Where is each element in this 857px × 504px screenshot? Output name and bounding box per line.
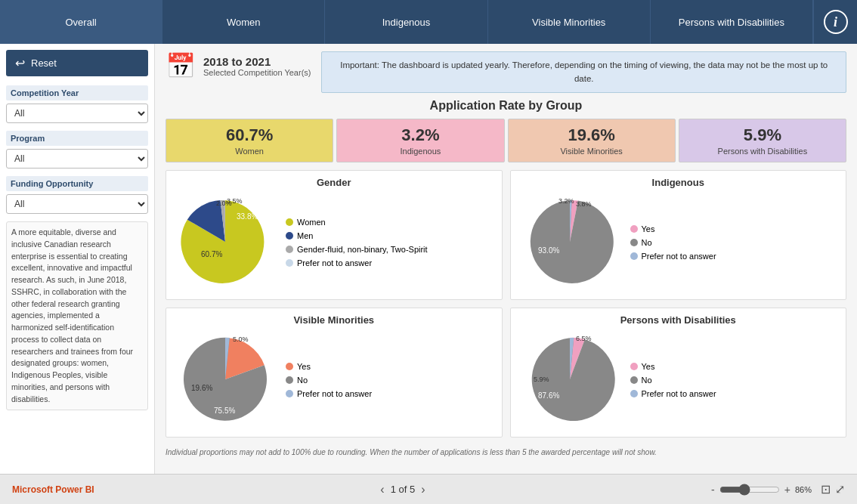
program-select[interactable]: All (6, 149, 148, 169)
top-nav: Overall Women Indigenous Visible Minorit… (0, 0, 857, 44)
zoom-plus[interactable]: + (784, 484, 790, 496)
legend-dot-yes-visible (286, 363, 293, 370)
svg-text:19.6%: 19.6% (191, 384, 212, 392)
reset-icon: ↩ (15, 56, 25, 70)
chart-title-disabled: Persons with Disabilities (517, 314, 840, 326)
content-area: 📅 2018 to 2021 Selected Competition Year… (155, 44, 857, 474)
zoom-minus[interactable]: - (711, 484, 715, 496)
zoom-slider[interactable] (719, 484, 780, 496)
legend-dot-yes-disabled (630, 363, 638, 370)
legend-visible: Yes No Prefer not to answer (286, 362, 372, 398)
next-page-button[interactable]: › (421, 483, 425, 496)
legend-label-men: Men (297, 231, 313, 240)
funding-filter: Funding Opportunity All (6, 176, 148, 214)
legend-label-prefer-visible: Prefer not to answer (297, 389, 372, 398)
legend-dot-prefer-disabled (630, 390, 638, 397)
legend-dot-no-disabled (630, 376, 638, 384)
chart-title-visible: Visible Minorities (172, 314, 496, 326)
notice-box: Important: The dashboard is updated year… (321, 51, 846, 93)
chart-disabled: Persons with Disabilities 6.5% (510, 308, 847, 438)
legend-dot-prefer-visible (286, 390, 293, 397)
competition-year-label: Competition Year (6, 85, 148, 100)
sidebar: ↩ Reset Competition Year All Program All… (0, 44, 155, 474)
svg-text:93.0%: 93.0% (538, 246, 559, 255)
nav-tab-visible-minorities[interactable]: Visible Minorities (488, 0, 651, 44)
rate-card-women: 60.7% Women (166, 119, 333, 162)
legend-label-no-indigenous: No (642, 238, 652, 247)
footer-note-text: Individual proportions may not add to 10… (166, 448, 657, 456)
program-label: Program (6, 131, 148, 146)
svg-text:75.5%: 75.5% (214, 407, 235, 415)
competition-year-filter: Competition Year All (6, 85, 148, 123)
legend-label-women: Women (297, 218, 326, 227)
legend-dot-women (286, 218, 293, 226)
legend-label-yes-indigenous: Yes (642, 224, 655, 233)
svg-text:87.6%: 87.6% (538, 391, 559, 400)
legend-label-no-visible: No (297, 376, 308, 385)
section-title: Application Rate by Group (166, 99, 846, 113)
rate-value-indigenous: 3.2% (340, 125, 500, 145)
pie-gender: 60.7% 33.8% 2.0% 3.5% (172, 193, 278, 293)
prev-page-button[interactable]: ‹ (380, 483, 384, 496)
bottom-bar: Microsoft Power BI ‹ 1 of 5 › - + 86% ⊡ … (0, 474, 857, 504)
nav-tab-disabilities[interactable]: Persons with Disabilities (651, 0, 813, 44)
chart-indigenous: Indigenous 3.8% 3.2 (510, 170, 847, 300)
rate-card-indigenous: 3.2% Indigenous (336, 119, 504, 162)
fullscreen-icon[interactable]: ⤢ (835, 482, 845, 496)
legend-dot-no-visible (286, 376, 293, 384)
footer-note: Individual proportions may not add to 10… (166, 444, 846, 460)
rate-label-disabled: Persons with Disabilities (682, 147, 843, 156)
rate-value-women: 60.7% (169, 125, 329, 145)
legend-label-prefer-disabled: Prefer not to answer (642, 389, 716, 398)
date-subtitle: Selected Competition Year(s) (203, 68, 311, 77)
legend-label-prefer-gender: Prefer not to answer (297, 258, 372, 267)
pagination: ‹ 1 of 5 › (380, 483, 425, 496)
nav-tab-women[interactable]: Women (162, 0, 325, 44)
rate-label-women: Women (169, 147, 329, 156)
chart-gender: Gender (166, 170, 503, 300)
powerbi-link[interactable]: Microsoft Power BI (12, 484, 94, 495)
page-display: 1 of 5 (391, 484, 416, 495)
svg-text:6.5%: 6.5% (576, 335, 592, 342)
chart-visible: Visible Minorities 5.0% (166, 308, 503, 438)
svg-text:5.9%: 5.9% (534, 376, 549, 383)
info-button[interactable]: i (813, 0, 857, 44)
nav-tab-indigenous[interactable]: Indigenous (325, 0, 487, 44)
legend-dot-nonbinary (286, 246, 293, 253)
charts-grid: Gender (166, 170, 846, 438)
program-filter: Program All (6, 131, 148, 169)
reset-button[interactable]: ↩ Reset (6, 50, 148, 76)
svg-text:60.7%: 60.7% (201, 250, 222, 258)
nav-tab-overall[interactable]: Overall (0, 0, 162, 44)
funding-select[interactable]: All (6, 194, 148, 214)
date-block: 📅 2018 to 2021 Selected Competition Year… (166, 51, 311, 80)
zoom-level: 86% (795, 485, 812, 494)
pie-disabled: 6.5% 5.9% 87.6% (517, 330, 623, 431)
info-icon: i (824, 10, 848, 34)
content-header: 📅 2018 to 2021 Selected Competition Year… (166, 51, 846, 93)
chart-title-gender: Gender (172, 177, 496, 188)
competition-year-select[interactable]: All (6, 104, 148, 123)
legend-label-no-disabled: No (642, 376, 652, 385)
reset-label: Reset (31, 57, 57, 69)
svg-text:5.0%: 5.0% (233, 335, 249, 343)
legend-disabled: Yes No Prefer not to answer (630, 362, 716, 398)
legend-label-prefer-indigenous: Prefer not to answer (642, 252, 716, 261)
legend-dot-prefer-gender (286, 259, 293, 267)
rate-card-visible: 19.6% Visible Minorities (508, 119, 676, 162)
notice-text: Important: The dashboard is updated year… (340, 60, 828, 83)
chart-title-indigenous: Indigenous (517, 177, 840, 188)
rate-label-visible: Visible Minorities (512, 147, 672, 156)
svg-text:3.5%: 3.5% (227, 197, 243, 205)
legend-indigenous: Yes No Prefer not to answer (630, 224, 716, 261)
rate-cards: 60.7% Women 3.2% Indigenous 19.6% Visibl… (166, 119, 846, 162)
legend-dot-prefer-indigenous (630, 252, 638, 260)
sidebar-description: A more equitable, diverse and inclusive … (6, 221, 148, 410)
svg-text:33.8%: 33.8% (237, 212, 258, 221)
rate-value-visible: 19.6% (512, 125, 672, 145)
date-range: 2018 to 2021 (203, 55, 311, 68)
svg-text:3.2%: 3.2% (558, 197, 574, 205)
legend-label-nonbinary: Gender-fluid, non-binary, Two-Spirit (297, 245, 428, 254)
fit-screen-icon[interactable]: ⊡ (821, 482, 831, 496)
zoom-controls: - + 86% ⊡ ⤢ (711, 482, 845, 496)
